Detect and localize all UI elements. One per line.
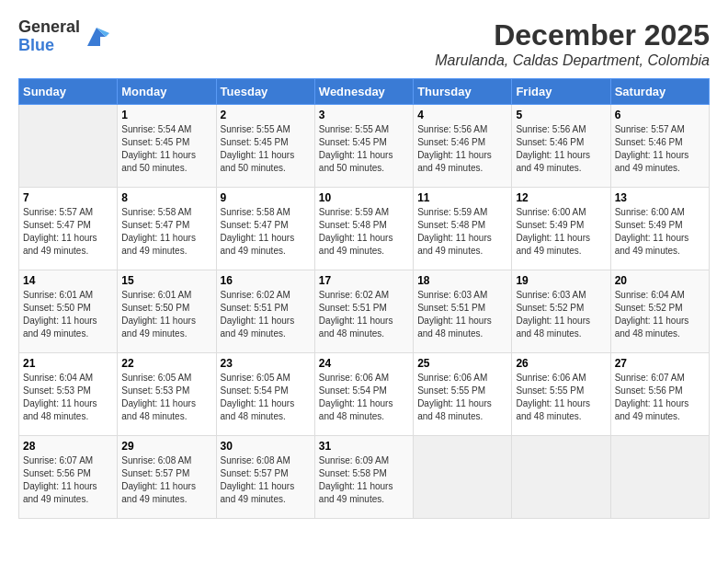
day-number: 29 xyxy=(121,440,211,453)
day-info: Sunrise: 5:58 AM Sunset: 5:47 PM Dayligh… xyxy=(221,206,311,258)
day-cell: 12Sunrise: 6:00 AM Sunset: 5:49 PM Dayli… xyxy=(512,188,610,270)
day-number: 25 xyxy=(417,357,507,370)
day-info: Sunrise: 5:57 AM Sunset: 5:46 PM Dayligh… xyxy=(615,123,705,175)
day-cell: 8Sunrise: 5:58 AM Sunset: 5:47 PM Daylig… xyxy=(118,188,216,270)
day-info: Sunrise: 6:05 AM Sunset: 5:54 PM Dayligh… xyxy=(221,372,311,423)
day-number: 16 xyxy=(221,274,311,287)
day-cell: 28Sunrise: 6:07 AM Sunset: 5:56 PM Dayli… xyxy=(19,436,118,519)
day-info: Sunrise: 5:59 AM Sunset: 5:48 PM Dayligh… xyxy=(319,206,409,258)
day-info: Sunrise: 6:02 AM Sunset: 5:51 PM Dayligh… xyxy=(319,289,409,340)
day-info: Sunrise: 6:01 AM Sunset: 5:50 PM Dayligh… xyxy=(23,289,113,340)
day-info: Sunrise: 6:06 AM Sunset: 5:54 PM Dayligh… xyxy=(319,372,409,423)
day-number: 15 xyxy=(121,274,211,287)
day-info: Sunrise: 5:59 AM Sunset: 5:48 PM Dayligh… xyxy=(417,206,507,258)
day-info: Sunrise: 5:56 AM Sunset: 5:46 PM Dayligh… xyxy=(516,123,606,175)
day-info: Sunrise: 5:54 AM Sunset: 5:45 PM Dayligh… xyxy=(121,123,211,175)
day-cell xyxy=(610,436,709,519)
day-info: Sunrise: 5:55 AM Sunset: 5:45 PM Dayligh… xyxy=(221,123,311,175)
day-number: 17 xyxy=(319,274,409,287)
day-cell: 7Sunrise: 5:57 AM Sunset: 5:47 PM Daylig… xyxy=(19,188,118,270)
day-info: Sunrise: 6:06 AM Sunset: 5:55 PM Dayligh… xyxy=(516,372,606,423)
day-info: Sunrise: 6:07 AM Sunset: 5:56 PM Dayligh… xyxy=(23,454,113,506)
day-cell: 14Sunrise: 6:01 AM Sunset: 5:50 PM Dayli… xyxy=(19,270,118,353)
day-number: 13 xyxy=(615,191,705,204)
day-number: 2 xyxy=(221,109,311,121)
day-cell: 22Sunrise: 6:05 AM Sunset: 5:53 PM Dayli… xyxy=(118,353,216,436)
day-cell: 21Sunrise: 6:04 AM Sunset: 5:53 PM Dayli… xyxy=(19,353,118,436)
day-number: 24 xyxy=(319,357,409,370)
week-row-2: 7Sunrise: 5:57 AM Sunset: 5:47 PM Daylig… xyxy=(19,188,710,270)
day-info: Sunrise: 6:04 AM Sunset: 5:53 PM Dayligh… xyxy=(23,372,113,423)
week-row-4: 21Sunrise: 6:04 AM Sunset: 5:53 PM Dayli… xyxy=(19,353,710,436)
day-cell: 17Sunrise: 6:02 AM Sunset: 5:51 PM Dayli… xyxy=(314,270,413,353)
day-info: Sunrise: 5:57 AM Sunset: 5:47 PM Dayligh… xyxy=(23,206,113,258)
calendar-body: 1Sunrise: 5:54 AM Sunset: 5:45 PM Daylig… xyxy=(19,105,710,519)
day-info: Sunrise: 6:02 AM Sunset: 5:51 PM Dayligh… xyxy=(221,289,311,340)
day-number: 20 xyxy=(615,274,705,287)
day-number: 22 xyxy=(121,357,211,370)
day-number: 19 xyxy=(516,274,606,287)
week-row-3: 14Sunrise: 6:01 AM Sunset: 5:50 PM Dayli… xyxy=(19,270,710,353)
day-cell xyxy=(512,436,610,519)
header-cell-wednesday: Wednesday xyxy=(314,79,413,105)
header: General Blue December 2025 Marulanda, Ca… xyxy=(18,18,710,69)
header-cell-friday: Friday xyxy=(512,79,610,105)
day-cell: 15Sunrise: 6:01 AM Sunset: 5:50 PM Dayli… xyxy=(118,270,216,353)
day-cell xyxy=(19,105,118,188)
day-cell: 3Sunrise: 5:55 AM Sunset: 5:45 PM Daylig… xyxy=(314,105,413,188)
day-number: 4 xyxy=(417,109,507,121)
day-info: Sunrise: 5:56 AM Sunset: 5:46 PM Dayligh… xyxy=(417,123,507,175)
day-info: Sunrise: 6:04 AM Sunset: 5:52 PM Dayligh… xyxy=(615,289,705,340)
day-cell: 4Sunrise: 5:56 AM Sunset: 5:46 PM Daylig… xyxy=(414,105,512,188)
day-number: 10 xyxy=(319,191,409,204)
day-cell: 24Sunrise: 6:06 AM Sunset: 5:54 PM Dayli… xyxy=(314,353,413,436)
day-info: Sunrise: 6:08 AM Sunset: 5:57 PM Dayligh… xyxy=(121,454,211,506)
week-row-5: 28Sunrise: 6:07 AM Sunset: 5:56 PM Dayli… xyxy=(19,436,710,519)
header-cell-monday: Monday xyxy=(118,79,216,105)
logo-general: General xyxy=(18,18,80,37)
day-cell: 20Sunrise: 6:04 AM Sunset: 5:52 PM Dayli… xyxy=(610,270,709,353)
main-title: December 2025 xyxy=(435,18,710,52)
day-number: 8 xyxy=(121,191,211,204)
day-cell: 6Sunrise: 5:57 AM Sunset: 5:46 PM Daylig… xyxy=(610,105,709,188)
day-number: 6 xyxy=(615,109,705,121)
title-block: December 2025 Marulanda, Caldas Departme… xyxy=(435,18,710,69)
day-cell: 27Sunrise: 6:07 AM Sunset: 5:56 PM Dayli… xyxy=(610,353,709,436)
day-info: Sunrise: 5:55 AM Sunset: 5:45 PM Dayligh… xyxy=(319,123,409,175)
header-cell-saturday: Saturday xyxy=(610,79,709,105)
day-cell: 13Sunrise: 6:00 AM Sunset: 5:49 PM Dayli… xyxy=(610,188,709,270)
day-cell: 16Sunrise: 6:02 AM Sunset: 5:51 PM Dayli… xyxy=(216,270,314,353)
day-cell: 5Sunrise: 5:56 AM Sunset: 5:46 PM Daylig… xyxy=(512,105,610,188)
day-number: 12 xyxy=(516,191,606,204)
day-number: 9 xyxy=(221,191,311,204)
day-cell: 19Sunrise: 6:03 AM Sunset: 5:52 PM Dayli… xyxy=(512,270,610,353)
day-info: Sunrise: 6:00 AM Sunset: 5:49 PM Dayligh… xyxy=(615,206,705,258)
day-number: 31 xyxy=(319,440,409,453)
day-cell: 25Sunrise: 6:06 AM Sunset: 5:55 PM Dayli… xyxy=(414,353,512,436)
day-number: 21 xyxy=(23,357,113,370)
day-cell: 11Sunrise: 5:59 AM Sunset: 5:48 PM Dayli… xyxy=(414,188,512,270)
day-cell xyxy=(414,436,512,519)
week-row-1: 1Sunrise: 5:54 AM Sunset: 5:45 PM Daylig… xyxy=(19,105,710,188)
day-cell: 26Sunrise: 6:06 AM Sunset: 5:55 PM Dayli… xyxy=(512,353,610,436)
calendar-table: SundayMondayTuesdayWednesdayThursdayFrid… xyxy=(18,78,710,519)
day-info: Sunrise: 6:07 AM Sunset: 5:56 PM Dayligh… xyxy=(615,372,705,423)
day-number: 30 xyxy=(221,440,311,453)
header-cell-sunday: Sunday xyxy=(19,79,118,105)
day-number: 7 xyxy=(23,191,113,204)
logo-icon xyxy=(84,24,109,50)
day-info: Sunrise: 6:09 AM Sunset: 5:58 PM Dayligh… xyxy=(319,454,409,506)
day-number: 11 xyxy=(417,191,507,204)
logo-blue: Blue xyxy=(18,37,80,55)
day-cell: 29Sunrise: 6:08 AM Sunset: 5:57 PM Dayli… xyxy=(118,436,216,519)
day-info: Sunrise: 6:03 AM Sunset: 5:52 PM Dayligh… xyxy=(516,289,606,340)
header-cell-thursday: Thursday xyxy=(414,79,512,105)
logo-text: General Blue xyxy=(18,18,80,55)
day-info: Sunrise: 5:58 AM Sunset: 5:47 PM Dayligh… xyxy=(121,206,211,258)
day-number: 5 xyxy=(516,109,606,121)
calendar-header: SundayMondayTuesdayWednesdayThursdayFrid… xyxy=(19,79,710,105)
day-number: 18 xyxy=(417,274,507,287)
day-cell: 18Sunrise: 6:03 AM Sunset: 5:51 PM Dayli… xyxy=(414,270,512,353)
header-row: SundayMondayTuesdayWednesdayThursdayFrid… xyxy=(19,79,710,105)
day-number: 26 xyxy=(516,357,606,370)
